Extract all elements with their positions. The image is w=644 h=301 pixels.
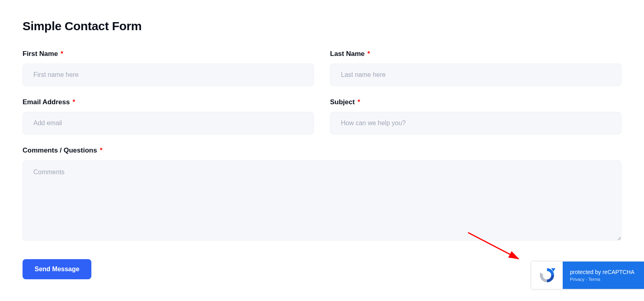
- first-name-input[interactable]: [23, 64, 314, 86]
- recaptcha-links: Privacy - Terms: [570, 277, 637, 282]
- form-grid: First Name * Last Name * Email Address *…: [23, 50, 621, 279]
- subject-input[interactable]: [330, 112, 621, 134]
- comments-textarea[interactable]: [23, 160, 621, 241]
- recaptcha-badge[interactable]: protected by reCAPTCHA Privacy - Terms: [531, 262, 644, 289]
- last-name-label: Last Name *: [330, 50, 621, 58]
- required-asterisk: *: [72, 98, 75, 106]
- subject-label: Subject *: [330, 98, 621, 106]
- recaptcha-icon: [539, 267, 555, 284]
- comments-group: Comments / Questions *: [23, 146, 621, 241]
- last-name-group: Last Name *: [330, 50, 621, 86]
- submit-group: Send Message: [23, 253, 314, 279]
- recaptcha-title: protected by reCAPTCHA: [570, 269, 637, 275]
- form-container: Simple Contact Form First Name * Last Na…: [0, 0, 644, 299]
- subject-group: Subject *: [330, 98, 621, 134]
- send-message-button[interactable]: Send Message: [23, 259, 91, 279]
- last-name-label-text: Last Name: [330, 50, 365, 58]
- email-label-text: Email Address: [23, 98, 70, 106]
- required-asterisk: *: [61, 50, 64, 58]
- recaptcha-terms-link[interactable]: Terms: [588, 277, 601, 282]
- recaptcha-text-area: protected by reCAPTCHA Privacy - Terms: [563, 262, 644, 289]
- recaptcha-icon-area: [531, 262, 563, 289]
- comments-label: Comments / Questions *: [23, 146, 621, 155]
- first-name-label-text: First Name: [23, 50, 58, 58]
- first-name-label: First Name *: [23, 50, 314, 58]
- first-name-group: First Name *: [23, 50, 314, 86]
- email-group: Email Address *: [23, 98, 314, 134]
- recaptcha-separator: -: [584, 277, 588, 282]
- comments-label-text: Comments / Questions: [23, 146, 97, 154]
- email-input[interactable]: [23, 112, 314, 134]
- recaptcha-privacy-link[interactable]: Privacy: [570, 277, 584, 282]
- email-label: Email Address *: [23, 98, 314, 106]
- last-name-input[interactable]: [330, 64, 621, 86]
- subject-label-text: Subject: [330, 98, 355, 106]
- required-asterisk: *: [367, 50, 370, 58]
- page-title: Simple Contact Form: [23, 19, 621, 33]
- required-asterisk: *: [100, 146, 103, 154]
- required-asterisk: *: [357, 98, 360, 106]
